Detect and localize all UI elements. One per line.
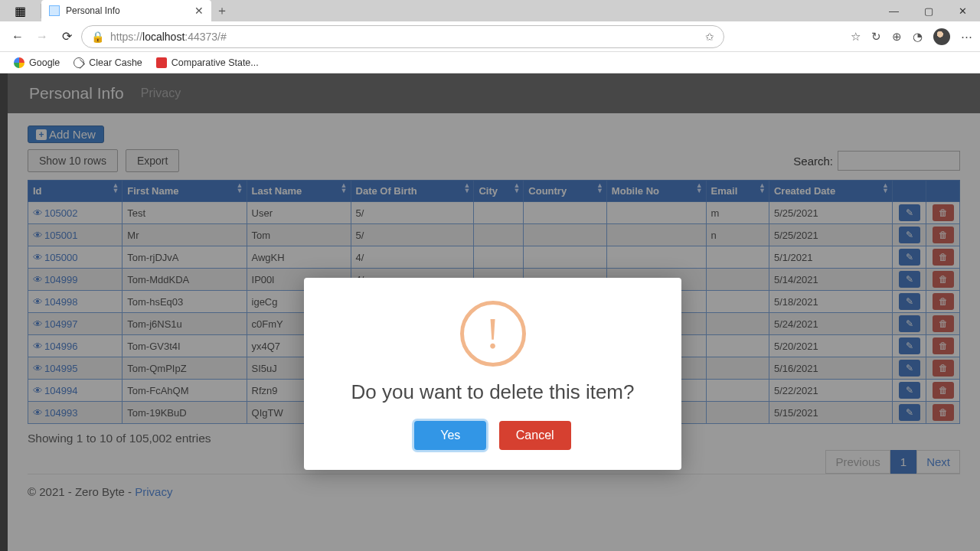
new-tab-button[interactable]: ＋ — [211, 0, 233, 21]
warning-icon: ! — [460, 301, 526, 367]
browser-chrome: ▦ Personal Info ✕ ＋ — ▢ ✕ ← → ⟳ 🔒 https:… — [0, 0, 980, 73]
browser-tab[interactable]: Personal Info ✕ — [41, 0, 211, 21]
reader-icon[interactable]: ✩ — [705, 31, 714, 43]
tab-title: Personal Info — [66, 5, 188, 16]
address-bar[interactable]: 🔒 https://localhost:44373/# ✩ — [81, 25, 724, 48]
bookmarks-bar: Google Clear Cashe Comparative State... — [0, 52, 980, 73]
tab-close-icon[interactable]: ✕ — [194, 5, 204, 17]
modal-cancel-button[interactable]: Cancel — [499, 421, 571, 450]
url-text: https://localhost:44373/# — [110, 31, 227, 43]
profile-avatar[interactable] — [933, 28, 950, 45]
bookmark-google[interactable]: Google — [14, 57, 60, 68]
pdf-icon — [156, 57, 167, 68]
tab-bar: ▦ Personal Info ✕ ＋ — ▢ ✕ — [0, 0, 980, 21]
google-icon — [14, 57, 24, 68]
window-controls: — ▢ ✕ — [877, 0, 980, 21]
window-close[interactable]: ✕ — [946, 0, 980, 21]
modal-yes-button[interactable]: Yes — [414, 421, 486, 450]
nav-refresh[interactable]: ⟳ — [57, 27, 77, 47]
page-viewport: Personal Info Privacy +Add New Show 10 r… — [0, 73, 980, 551]
tab-panel-icon[interactable]: ▦ — [0, 4, 41, 18]
nav-back[interactable]: ← — [8, 27, 28, 47]
toolbar-icons: ☆ ↻ ⊕ ◔ ⋯ — [851, 28, 972, 45]
tab-favicon — [49, 5, 60, 16]
bookmark-clear-cache[interactable]: Clear Cashe — [74, 57, 142, 68]
gear-icon — [74, 57, 84, 68]
toolbar-row: ← → ⟳ 🔒 https://localhost:44373/# ✩ ☆ ↻ … — [0, 21, 980, 52]
history-icon[interactable]: ↻ — [871, 30, 881, 44]
confirm-delete-modal: ! Do you want to delete this item? Yes C… — [304, 278, 681, 470]
lock-icon: 🔒 — [91, 31, 104, 43]
favorites-icon[interactable]: ☆ — [851, 30, 861, 44]
modal-title: Do you want to delete this item? — [322, 380, 663, 404]
extensions-icon[interactable]: ◔ — [913, 30, 923, 44]
window-maximize[interactable]: ▢ — [911, 0, 946, 21]
menu-icon[interactable]: ⋯ — [961, 30, 972, 44]
bookmark-comparative[interactable]: Comparative State... — [156, 57, 259, 68]
collections-icon[interactable]: ⊕ — [892, 30, 902, 44]
window-minimize[interactable]: — — [877, 0, 911, 21]
nav-forward: → — [32, 27, 52, 47]
